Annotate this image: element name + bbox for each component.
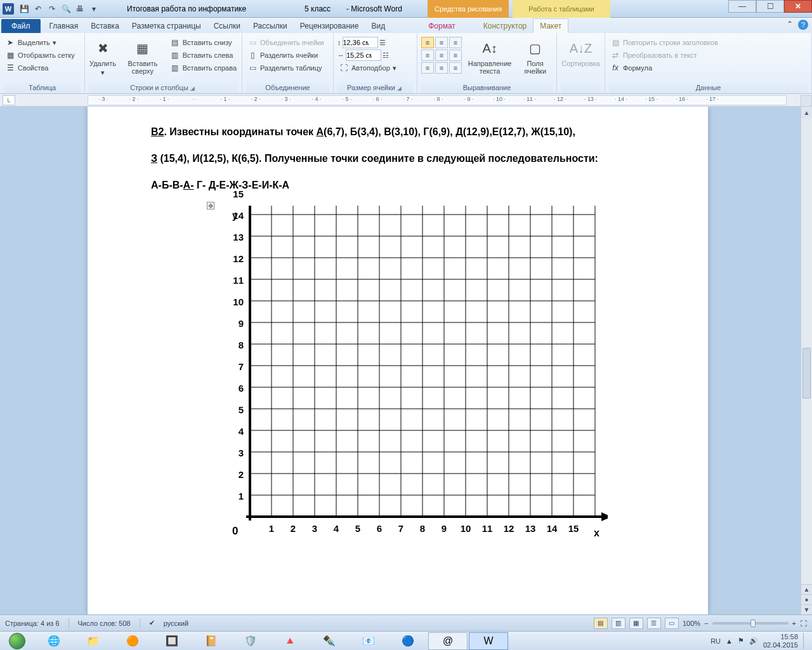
- alignment-grid[interactable]: ≡≡≡ ≡≡≡ ≡≡≡: [421, 37, 462, 74]
- scroll-thumb[interactable]: [802, 348, 811, 399]
- align-mid-center[interactable]: ≡: [435, 50, 448, 61]
- tab-page-layout[interactable]: Разметка страницы: [126, 19, 207, 33]
- autofit-button[interactable]: ⛶Автоподбор ▾: [337, 62, 398, 74]
- taskbar-ie[interactable]: 🌐: [35, 632, 73, 650]
- taskbar-app-8[interactable]: 🔵: [389, 632, 427, 650]
- tab-references[interactable]: Ссылки: [207, 19, 247, 33]
- align-top-right[interactable]: ≡: [449, 37, 462, 48]
- status-language[interactable]: русский: [164, 620, 188, 627]
- properties-button[interactable]: ☰Свойства: [4, 62, 76, 74]
- zoom-in-icon[interactable]: +: [792, 620, 796, 627]
- page[interactable]: В2. Известны координаты точек А(6,7), Б(…: [88, 107, 708, 614]
- fullscreen-icon[interactable]: ⛶: [800, 620, 807, 627]
- coordinate-grid[interactable]: ✥ y x 0 123456789101112131415 1234567891…: [221, 206, 608, 548]
- spellcheck-icon[interactable]: ✔: [149, 619, 155, 627]
- horizontal-ruler[interactable]: · 3 ·· 2 ·· 1 ·· ·· 1 ·· 2 ·· 3 ·· 4 ·· …: [88, 95, 787, 105]
- view-draft[interactable]: ▭: [665, 618, 679, 629]
- delete-button[interactable]: ✖Удалить▾: [89, 37, 117, 77]
- insert-right-button[interactable]: ▥Вставить справа: [169, 62, 238, 74]
- taskbar-app-3[interactable]: 📔: [192, 632, 230, 650]
- redo-icon[interactable]: ↷: [46, 3, 58, 15]
- taskbar-word[interactable]: W: [469, 632, 508, 650]
- scroll-up-icon[interactable]: ▲: [801, 107, 812, 118]
- zoom-slider[interactable]: [712, 622, 789, 625]
- tray-flag-icon[interactable]: ▲: [726, 637, 733, 645]
- tray-clock[interactable]: 15:5802.04.2015: [763, 633, 798, 648]
- minimize-ribbon-icon[interactable]: ⌃: [787, 20, 793, 30]
- save-icon[interactable]: 💾: [18, 3, 30, 15]
- align-mid-right[interactable]: ≡: [449, 50, 462, 61]
- align-top-center[interactable]: ≡: [435, 37, 448, 48]
- split-box[interactable]: [801, 95, 812, 107]
- view-web[interactable]: ▦: [629, 618, 643, 629]
- align-bot-left[interactable]: ≡: [421, 62, 434, 74]
- page-content[interactable]: В2. Известны координаты точек А(6,7), Б(…: [88, 107, 708, 555]
- text-direction-button[interactable]: A↕Направление текста: [463, 37, 516, 76]
- dialog-launcher-icon[interactable]: ◢: [397, 85, 403, 91]
- qat-dropdown-icon[interactable]: ▾: [88, 3, 100, 15]
- close-button[interactable]: ✕: [784, 0, 812, 13]
- start-button[interactable]: [0, 632, 34, 651]
- tray-action-center-icon[interactable]: ⚑: [738, 637, 744, 645]
- taskbar-mail[interactable]: @: [428, 632, 468, 650]
- tab-format[interactable]: Формат: [422, 19, 462, 33]
- formula-button[interactable]: fxФормула: [609, 62, 719, 74]
- taskbar-app-7[interactable]: 📧: [350, 632, 388, 650]
- zoom-out-icon[interactable]: −: [704, 620, 708, 627]
- align-bot-center[interactable]: ≡: [435, 62, 448, 74]
- split-cells-button[interactable]: ▯Разделить ячейки: [246, 50, 325, 61]
- taskbar-app-5[interactable]: 🔺: [271, 632, 309, 650]
- minimize-button[interactable]: —: [728, 0, 756, 13]
- paragraph-1[interactable]: В2. Известны координаты точек А(6,7), Б(…: [151, 124, 670, 140]
- dialog-launcher-icon[interactable]: ◢: [190, 85, 197, 91]
- undo-icon[interactable]: ↶: [32, 3, 44, 15]
- next-page-icon[interactable]: ▼: [801, 604, 812, 614]
- distribute-rows-icon[interactable]: ☰: [379, 39, 386, 47]
- tray-lang[interactable]: RU: [710, 637, 721, 645]
- tab-layout-table[interactable]: Макет: [533, 18, 568, 33]
- show-grid-button[interactable]: ▦Отобразить сетку: [4, 50, 76, 61]
- split-table-button[interactable]: ▭Разделить таблицу: [246, 62, 325, 74]
- browse-object-icon[interactable]: ●: [801, 594, 812, 604]
- row-height-field[interactable]: ↕☰: [337, 37, 398, 48]
- taskbar-app-2[interactable]: 🔲: [153, 632, 191, 650]
- tray-volume-icon[interactable]: 🔊: [749, 637, 758, 645]
- distribute-cols-icon[interactable]: ☷: [383, 51, 389, 60]
- tab-home[interactable]: Главная: [43, 19, 85, 33]
- insert-bottom-button[interactable]: ▤Вставить снизу: [169, 37, 238, 48]
- status-page[interactable]: Страница: 4 из 6: [5, 620, 60, 627]
- status-words[interactable]: Число слов: 508: [78, 620, 131, 627]
- tab-view[interactable]: Вид: [365, 19, 391, 33]
- col-width-field[interactable]: ↔☷: [337, 50, 398, 61]
- view-outline[interactable]: ☰: [647, 618, 661, 629]
- zoom-value[interactable]: 100%: [683, 620, 700, 627]
- paragraph-2[interactable]: З (15,4), И(12,5), К(6,5). Полученные то…: [151, 151, 670, 166]
- view-print-layout[interactable]: ▤: [594, 618, 608, 629]
- tab-mailings[interactable]: Рассылки: [247, 19, 294, 33]
- vertical-scrollbar[interactable]: ▲ ▲ ● ▼: [801, 107, 812, 614]
- insert-left-button[interactable]: ▥Вставить слева: [169, 50, 238, 61]
- show-desktop-button[interactable]: [803, 633, 808, 649]
- preview-icon[interactable]: 🔍: [60, 3, 72, 15]
- prev-page-icon[interactable]: ▲: [801, 584, 812, 594]
- view-full-reading[interactable]: ▥: [612, 618, 625, 629]
- taskbar-app-6[interactable]: ✒️: [310, 632, 348, 650]
- tab-insert[interactable]: Вставка: [84, 19, 126, 33]
- tab-designer[interactable]: Конструктор: [477, 19, 533, 33]
- print-icon[interactable]: 🖶: [74, 3, 86, 15]
- cell-margins-button[interactable]: ▢Поля ячейки: [518, 37, 553, 76]
- select-button[interactable]: ➤Выделить ▾: [4, 37, 76, 48]
- tab-file[interactable]: Файл: [1, 19, 41, 33]
- align-top-left[interactable]: ≡: [421, 37, 434, 48]
- maximize-button[interactable]: ☐: [756, 0, 784, 13]
- insert-top-button[interactable]: ▦Вставить сверху: [118, 37, 167, 76]
- taskbar-app-4[interactable]: 🛡️: [232, 632, 270, 650]
- tab-review[interactable]: Рецензирование: [294, 19, 365, 33]
- taskbar-app-1[interactable]: 🟠: [114, 632, 152, 650]
- tab-selector[interactable]: L: [3, 95, 15, 105]
- table-move-handle-icon[interactable]: ✥: [207, 202, 214, 209]
- align-bot-right[interactable]: ≡: [449, 62, 462, 74]
- align-mid-left[interactable]: ≡: [421, 50, 434, 61]
- help-icon[interactable]: ?: [798, 20, 808, 30]
- taskbar-explorer[interactable]: 📁: [74, 632, 112, 650]
